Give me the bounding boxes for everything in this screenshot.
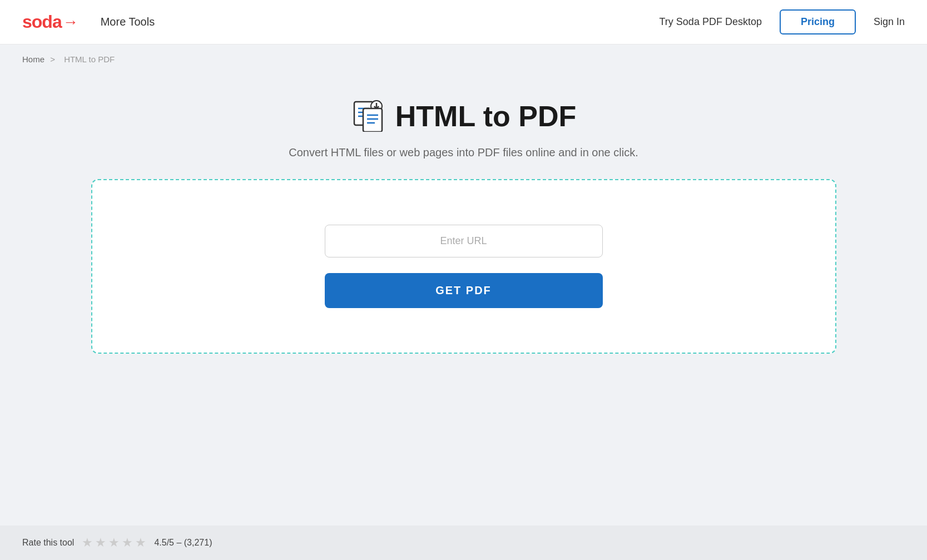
star-2[interactable]: ★ <box>95 536 106 550</box>
main-content: HTML to PDF Convert HTML files or web pa… <box>0 74 927 400</box>
logo[interactable]: soda → <box>22 12 78 32</box>
hero-title-row: HTML to PDF <box>351 96 576 136</box>
nav-left: soda → More Tools <box>22 12 155 32</box>
dropzone: GET PDF <box>91 179 836 354</box>
star-3[interactable]: ★ <box>108 536 120 550</box>
try-desktop-link[interactable]: Try Soda PDF Desktop <box>660 16 762 28</box>
more-tools-link[interactable]: More Tools <box>101 16 155 28</box>
site-header: soda → More Tools Try Soda PDF Desktop P… <box>0 0 927 44</box>
nav-right: Try Soda PDF Desktop Pricing Sign In <box>660 9 905 34</box>
rating-bar: Rate this tool ★ ★ ★ ★ ★ 4.5/5 – (3,271) <box>0 526 927 560</box>
stars-display: ★ ★ ★ ★ ★ <box>82 536 146 550</box>
star-4[interactable]: ★ <box>122 536 133 550</box>
rating-value: 4.5/5 – (3,271) <box>154 538 212 548</box>
breadcrumb-home[interactable]: Home <box>22 54 44 64</box>
logo-arrow: → <box>63 13 78 31</box>
star-1[interactable]: ★ <box>82 536 93 550</box>
hero-title: HTML to PDF <box>395 100 576 133</box>
pricing-button[interactable]: Pricing <box>780 9 856 34</box>
svg-rect-6 <box>363 108 382 132</box>
breadcrumb-separator: > <box>50 54 55 64</box>
html-to-pdf-icon <box>351 96 386 136</box>
rating-label: Rate this tool <box>22 538 74 548</box>
breadcrumb-current: HTML to PDF <box>64 54 115 64</box>
signin-link[interactable]: Sign In <box>874 16 905 28</box>
hero-section: HTML to PDF Convert HTML files or web pa… <box>289 96 638 159</box>
breadcrumb: Home > HTML to PDF <box>0 44 927 74</box>
url-input[interactable] <box>325 225 603 257</box>
logo-text: soda <box>22 12 62 32</box>
get-pdf-button[interactable]: GET PDF <box>325 273 603 308</box>
hero-subtitle: Convert HTML files or web pages into PDF… <box>289 146 638 159</box>
star-5[interactable]: ★ <box>135 536 146 550</box>
